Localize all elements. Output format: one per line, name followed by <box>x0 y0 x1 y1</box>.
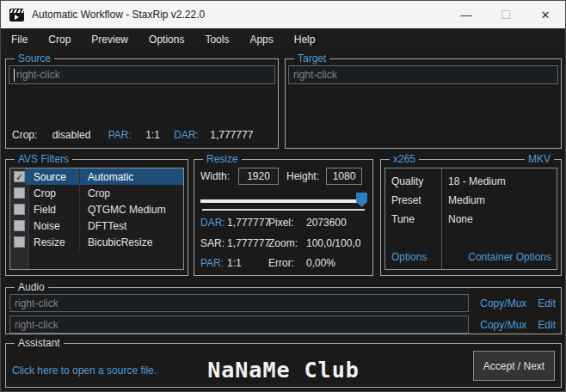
filter-value: QTGMC Medium <box>80 201 183 217</box>
pixel-label: Pixel: <box>268 217 306 229</box>
preset-label: Preset <box>385 194 441 206</box>
source-input[interactable]: right-click <box>9 65 275 84</box>
par-value[interactable]: 1:1 <box>227 257 268 269</box>
crop-value[interactable]: disabled <box>52 129 91 141</box>
container-label[interactable]: MKV <box>525 153 554 165</box>
encoder-row-tune[interactable]: Tune None <box>385 210 557 228</box>
menu-crop[interactable]: Crop <box>38 29 81 50</box>
tune-label: Tune <box>385 213 441 225</box>
crop-label: Crop: <box>12 129 37 141</box>
menu-apps[interactable]: Apps <box>239 29 283 50</box>
resize-slider-track[interactable] <box>200 199 366 203</box>
target-group: Target right-click <box>285 58 562 149</box>
filter-row-noise[interactable]: Noise DFTTest <box>10 217 183 234</box>
filter-name: Source <box>25 168 80 185</box>
minimize-icon[interactable]: — <box>446 1 486 28</box>
sar-label: SAR: <box>200 237 227 249</box>
window-title: Automatic Workflow - StaxRip v2.22.0 <box>32 9 205 21</box>
dar-value[interactable]: 1,777777 <box>227 217 268 229</box>
preset-value: Medium <box>441 194 485 206</box>
filter-row-crop[interactable]: Crop Crop <box>10 185 183 201</box>
menu-options[interactable]: Options <box>138 29 194 50</box>
assistant-group-label: Assistant <box>15 337 64 349</box>
encoder-links: Options Container Options <box>385 251 557 266</box>
encoder-row-quality[interactable]: Quality 18 - Medium <box>385 172 557 190</box>
checkbox-unchecked-icon[interactable] <box>14 236 25 248</box>
resize-slider-thumb[interactable] <box>356 193 367 207</box>
resize-group-label: Resize <box>203 153 242 165</box>
audio-track-row-1: right-click Copy/Mux Edit <box>9 294 556 312</box>
filter-list: ✓ Source Automatic Crop Crop Field QTGMC… <box>9 168 184 270</box>
maximize-icon[interactable]: ☐ <box>486 1 526 28</box>
filter-name: Crop <box>25 185 80 201</box>
options-link[interactable]: Options <box>391 251 427 263</box>
target-input-placeholder: right-click <box>293 69 337 81</box>
titlebar: Automatic Workflow - StaxRip v2.22.0 — ☐… <box>1 1 565 28</box>
dar-value[interactable]: 1,777777 <box>210 129 253 141</box>
filter-row-source[interactable]: ✓ Source Automatic <box>10 168 183 185</box>
par-value[interactable]: 1:1 <box>145 129 160 141</box>
checkbox-checked-icon[interactable]: ✓ <box>14 171 25 182</box>
copy-mux-link[interactable]: Copy/Mux <box>480 297 526 309</box>
audio-track-input-2[interactable]: right-click <box>9 315 469 334</box>
source-group: Source right-click Crop: disabled PAR: 1… <box>5 58 279 149</box>
source-info-row: Crop: disabled PAR: 1:1 DAR: 1,777777 <box>12 129 253 141</box>
target-input[interactable]: right-click <box>288 65 558 84</box>
container-options-link[interactable]: Container Options <box>468 251 551 263</box>
height-input[interactable]: 1080 <box>326 168 362 185</box>
copy-mux-link[interactable]: Copy/Mux <box>480 319 526 331</box>
menu-tools[interactable]: Tools <box>194 29 239 50</box>
edit-link[interactable]: Edit <box>538 319 556 331</box>
text-caret <box>14 69 15 82</box>
audio-track-row-2: right-click Copy/Mux Edit <box>9 315 556 334</box>
menu-file[interactable]: File <box>1 29 38 50</box>
filter-name: Noise <box>25 217 80 234</box>
avs-filters-group-label: AVS Filters <box>15 153 72 165</box>
audio-group: Audio right-click Copy/Mux Edit right-cl… <box>5 287 562 334</box>
encoder-row-preset[interactable]: Preset Medium <box>385 191 557 209</box>
audio-group-label: Audio <box>15 281 48 293</box>
audio-track-input-1[interactable]: right-click <box>9 294 469 312</box>
resize-info-row: PAR:1:1Error:0,00% <box>200 257 369 271</box>
pixel-value: 2073600 <box>306 217 347 229</box>
checkbox-unchecked-icon[interactable] <box>14 204 25 215</box>
target-group-label: Target <box>294 52 329 64</box>
accept-next-button[interactable]: Accept / Next <box>473 351 555 381</box>
par-label: PAR: <box>108 129 132 141</box>
tune-value: None <box>441 213 473 225</box>
staxrip-window: Automatic Workflow - StaxRip v2.22.0 — ☐… <box>0 0 566 392</box>
encoder-group-label[interactable]: x265 <box>390 153 419 165</box>
filter-row-field[interactable]: Field QTGMC Medium <box>10 201 183 217</box>
width-input[interactable]: 1920 <box>238 168 279 185</box>
encoder-panel: Quality 18 - Medium Preset Medium Tune N… <box>385 168 557 270</box>
open-source-file-link[interactable]: Click here to open a source file. <box>12 364 157 377</box>
zoom-label: Zoom: <box>268 237 306 249</box>
resize-info-row: DAR:1,777777Pixel:2073600 <box>200 217 369 230</box>
menu-preview[interactable]: Preview <box>81 29 138 50</box>
filter-value: DFTTest <box>80 217 183 234</box>
close-icon[interactable]: ✕ <box>526 1 565 28</box>
resize-slider-line <box>202 209 365 211</box>
height-label: Height: <box>286 170 319 182</box>
assistant-group: Assistant Click here to open a source fi… <box>5 343 562 388</box>
error-label: Error: <box>268 257 306 269</box>
dar-label: DAR: <box>200 217 227 229</box>
width-label: Width: <box>200 170 230 182</box>
edit-link[interactable]: Edit <box>538 297 556 309</box>
clapperboard-app-icon <box>9 9 24 21</box>
checkbox-unchecked-icon[interactable] <box>14 220 25 231</box>
filter-name: Field <box>25 201 80 217</box>
sar-value: 1,777777 <box>227 237 268 249</box>
par-label: PAR: <box>200 257 227 269</box>
source-input-placeholder: right-click <box>16 69 60 81</box>
dar-label: DAR: <box>174 129 199 141</box>
filter-row-resize[interactable]: Resize BicubicResize <box>10 234 183 250</box>
encoder-group: x265 MKV Quality 18 - Medium Preset Medi… <box>380 159 562 276</box>
resize-info-row: SAR:1,777777Zoom:100,0/100,0 <box>200 237 369 251</box>
checkbox-unchecked-icon[interactable] <box>14 187 25 199</box>
quality-value: 18 - Medium <box>441 175 506 187</box>
filter-name: Resize <box>25 234 80 250</box>
menu-help[interactable]: Help <box>284 29 326 50</box>
quality-label: Quality <box>385 175 441 187</box>
window-controls: — ☐ ✕ <box>446 1 565 28</box>
